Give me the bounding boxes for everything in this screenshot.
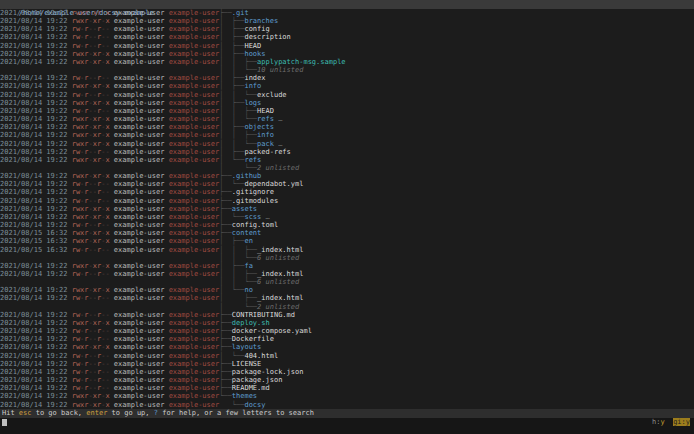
- tree-row[interactable]: │ └──2 unlisted: [0, 164, 694, 172]
- tree-row[interactable]: 2021/08/14 19:22 rwxr-xr-x example-user …: [0, 82, 694, 90]
- tree-row[interactable]: 2021/08/14 19:22 rwxr-xr-x example-user …: [0, 140, 694, 148]
- entry-name[interactable]: applypatch-msg.sample: [257, 58, 346, 66]
- tree-row[interactable]: 2021/08/14 19:22 rwxr-xr-x example-user …: [0, 17, 694, 25]
- tree-row[interactable]: 2021/08/14 19:22 rw-r--r-- example-user …: [0, 352, 694, 360]
- entry-name[interactable]: en: [244, 237, 252, 245]
- entry-name[interactable]: themes: [232, 392, 257, 400]
- tree-row[interactable]: 2021/08/14 19:22 rw-r--r-- example-user …: [0, 221, 694, 229]
- tree-row[interactable]: 2021/08/14 19:22 rw-r--r-- example-user …: [0, 360, 694, 368]
- tree-row[interactable]: 2021/08/14 19:22 rwxr-xr-x example-user …: [0, 401, 694, 409]
- entry-name[interactable]: exclude: [257, 91, 287, 99]
- search-input-line[interactable]: h:y gi:y: [0, 418, 694, 434]
- entry-name[interactable]: 10 unlisted: [257, 66, 303, 74]
- entry-name[interactable]: scss: [244, 213, 261, 221]
- tree-row[interactable]: │ └──2 unlisted: [0, 303, 694, 311]
- tree-row[interactable]: 2021/08/14 19:22 rwxr-xr-x example-user …: [0, 343, 694, 351]
- entry-name[interactable]: hooks: [244, 50, 265, 58]
- entry-name[interactable]: 2 unlisted: [257, 164, 299, 172]
- entry-name[interactable]: LICENSE: [232, 360, 262, 368]
- tree-row[interactable]: 2021/08/14 19:22 rw-r--r-- example-user …: [0, 25, 694, 33]
- tree-row[interactable]: 2021/08/14 19:22 rwxr-xr-x example-user …: [0, 99, 694, 107]
- tree-row[interactable]: 2021/08/14 19:22 rwxr-xr-x example-user …: [0, 286, 694, 294]
- entry-name[interactable]: .gitmodules: [232, 197, 278, 205]
- tree-row[interactable]: 2021/08/14 19:22 rwxr-xr-x example-user …: [0, 131, 694, 139]
- tree-row[interactable]: 2021/08/14 19:22 rwxr-xr-x example-user …: [0, 319, 694, 327]
- entry-name[interactable]: refs: [257, 115, 274, 123]
- tree-row[interactable]: 2021/08/15 16:32 rw-r--r-- example-user …: [0, 246, 694, 254]
- tree-row[interactable]: 2021/08/14 19:22 rw-r--r-- example-user …: [0, 368, 694, 376]
- entry-name[interactable]: docsy: [244, 401, 265, 409]
- tree-row[interactable]: 2021/08/14 19:22 rw-r--r-- example-user …: [0, 311, 694, 319]
- tree-row[interactable]: 2021/08/14 19:22 rw-r--r-- example-user …: [0, 33, 694, 41]
- entry-name[interactable]: HEAD: [244, 42, 261, 50]
- tree-row[interactable]: │ │ └──6 unlisted: [0, 278, 694, 286]
- tree-row[interactable]: 2021/08/14 19:22 rwxr-xr-x example-user …: [0, 172, 694, 180]
- entry-name[interactable]: description: [244, 33, 290, 41]
- tree-row[interactable]: 2021/08/14 19:22 rw-r--r-- example-user …: [0, 327, 694, 335]
- modified-date: 2021/08/14 19:22: [0, 384, 72, 392]
- tree-row[interactable]: 2021/08/14 19:22 rwxr-xr-x example-user …: [0, 213, 694, 221]
- tree-row[interactable]: 2021/08/14 19:22 rw-r--r-- example-user …: [0, 270, 694, 278]
- tree-row[interactable]: 2021/08/14 19:22 rw-r--r-- example-user …: [0, 91, 694, 99]
- tree-row[interactable]: 2021/08/14 19:22 rwxr-xr-x example-user …: [0, 123, 694, 131]
- entry-name[interactable]: layouts: [232, 343, 262, 351]
- permissions: rwxr-xr-x: [72, 131, 114, 139]
- entry-name[interactable]: 6 unlisted: [257, 278, 299, 286]
- entry-name[interactable]: branches: [244, 17, 278, 25]
- tree-row[interactable]: │ │ └──6 unlisted: [0, 254, 694, 262]
- tree-row[interactable]: 2021/08/14 19:22 rwxr-xr-x example-user …: [0, 115, 694, 123]
- entry-name[interactable]: 2 unlisted: [257, 303, 299, 311]
- tree-row[interactable]: 2021/08/14 19:22 rwxr-xr-x example-user …: [0, 9, 694, 17]
- entry-name[interactable]: pack: [257, 140, 274, 148]
- entry-name[interactable]: 6 unlisted: [257, 254, 299, 262]
- tree-row[interactable]: 2021/08/14 19:22 rwxr-xr-x example-user …: [0, 392, 694, 400]
- tree-row[interactable]: 2021/08/14 19:22 rwxr-xr-x example-user …: [0, 50, 694, 58]
- entry-name[interactable]: package.json: [232, 376, 283, 384]
- entry-name[interactable]: deploy.sh: [232, 319, 270, 327]
- entry-name[interactable]: logs: [244, 99, 261, 107]
- tree-row[interactable]: 2021/08/14 19:22 rw-r--r-- example-user …: [0, 376, 694, 384]
- permissions: rwxr-xr-x: [72, 237, 114, 245]
- tree-row[interactable]: 2021/08/14 19:22 rwxr-xr-x example-user …: [0, 58, 694, 66]
- entry-name[interactable]: assets: [232, 205, 257, 213]
- entry-name[interactable]: refs: [244, 156, 261, 164]
- entry-name[interactable]: packed-refs: [244, 148, 290, 156]
- entry-name[interactable]: _index.html: [257, 270, 303, 278]
- entry-name[interactable]: README.md: [232, 384, 270, 392]
- tree-row[interactable]: 2021/08/14 19:22 rw-r--r-- example-user …: [0, 188, 694, 196]
- entry-name[interactable]: docker-compose.yaml: [232, 327, 312, 335]
- tree-row[interactable]: 2021/08/14 19:22 rw-r--r-- example-user …: [0, 107, 694, 115]
- entry-name[interactable]: CONTRIBUTING.md: [232, 311, 295, 319]
- tree-row[interactable]: 2021/08/14 19:22 rw-r--r-- example-user …: [0, 148, 694, 156]
- tree-row[interactable]: 2021/08/15 16:32 rwxr-xr-x example-user …: [0, 237, 694, 245]
- owner: example-user: [114, 213, 169, 221]
- tree-row[interactable]: 2021/08/14 19:22 rw-r--r-- example-user …: [0, 335, 694, 343]
- entry-name[interactable]: fa: [244, 262, 252, 270]
- tree-row[interactable]: 2021/08/14 19:22 rw-r--r-- example-user …: [0, 42, 694, 50]
- entry-name[interactable]: info: [257, 131, 274, 139]
- tree-row[interactable]: 2021/08/14 19:22 rw-r--r-- example-user …: [0, 197, 694, 205]
- tree-row[interactable]: 2021/08/14 19:22 rw-r--r-- example-user …: [0, 384, 694, 392]
- entry-name[interactable]: config.toml: [232, 221, 278, 229]
- tree-row[interactable]: 2021/08/14 19:22 rw-r--r-- example-user …: [0, 180, 694, 188]
- entry-name[interactable]: .github: [232, 172, 262, 180]
- tree-row[interactable]: 2021/08/14 19:22 rw-r--r-- example-user …: [0, 74, 694, 82]
- tree-row[interactable]: │ │ └──10 unlisted: [0, 66, 694, 74]
- entry-name[interactable]: _index.html: [257, 294, 303, 302]
- tree-row[interactable]: 2021/08/15 16:32 rwxr-xr-x example-user …: [0, 229, 694, 237]
- group: example-user: [169, 188, 220, 196]
- permissions: rwxr-xr-x: [72, 205, 114, 213]
- entry-name[interactable]: .gitignore: [232, 188, 274, 196]
- entry-name[interactable]: .git: [232, 9, 249, 17]
- entry-name[interactable]: HEAD: [257, 107, 274, 115]
- tree-row[interactable]: 2021/08/14 19:22 rw-r--r-- example-user …: [0, 294, 694, 302]
- tree-row[interactable]: 2021/08/14 19:22 rwxr-xr-x example-user …: [0, 156, 694, 164]
- entry-name[interactable]: info: [244, 82, 261, 90]
- tree-row[interactable]: 2021/08/14 19:22 rwxr-xr-x example-user …: [0, 262, 694, 270]
- entry-name[interactable]: package-lock.json: [232, 368, 304, 376]
- tree-row[interactable]: 2021/08/14 19:22 rwxr-xr-x example-user …: [0, 205, 694, 213]
- entry-name[interactable]: 404.html: [244, 352, 278, 360]
- entry-name[interactable]: _index.html: [257, 246, 303, 254]
- entry-name[interactable]: objects: [244, 123, 274, 131]
- group: example-user: [169, 343, 220, 351]
